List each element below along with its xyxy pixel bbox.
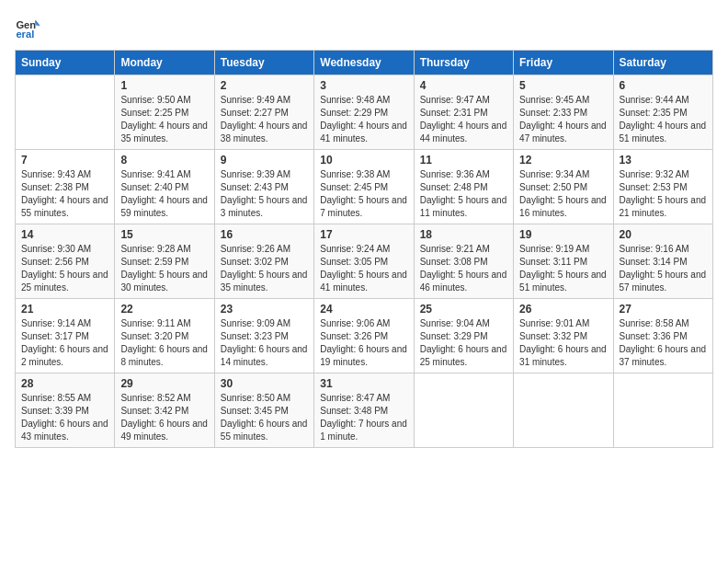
calendar-cell: 9 Sunrise: 9:39 AM Sunset: 2:43 PM Dayli… [214, 150, 313, 224]
calendar-cell: 27 Sunrise: 8:58 AM Sunset: 3:36 PM Dayl… [613, 299, 712, 373]
sunrise-text: Sunrise: 9:11 AM [120, 317, 208, 330]
calendar-cell: 16 Sunrise: 9:26 AM Sunset: 3:02 PM Dayl… [214, 224, 313, 299]
sunrise-text: Sunrise: 9:06 AM [320, 317, 407, 330]
sunrise-text: Sunrise: 9:19 AM [519, 243, 607, 256]
sunrise-text: Sunrise: 9:38 AM [320, 168, 407, 181]
sunrise-text: Sunrise: 9:14 AM [21, 317, 108, 330]
day-info: Sunrise: 9:32 AM Sunset: 2:53 PM Dayligh… [620, 168, 707, 220]
daylight-text: Daylight: 6 hours and 14 minutes. [221, 343, 308, 369]
daylight-text: Daylight: 5 hours and 46 minutes. [420, 269, 507, 294]
weekday-header-saturday: Saturday [613, 51, 712, 75]
day-number: 26 [519, 303, 607, 316]
day-number: 31 [320, 377, 407, 390]
calendar-cell: 4 Sunrise: 9:47 AM Sunset: 2:31 PM Dayli… [414, 75, 513, 150]
sunset-text: Sunset: 3:29 PM [420, 330, 507, 343]
daylight-text: Daylight: 6 hours and 19 minutes. [320, 343, 407, 369]
sunrise-text: Sunrise: 9:04 AM [420, 317, 507, 330]
sunset-text: Sunset: 2:35 PM [620, 107, 707, 120]
calendar-cell: 22 Sunrise: 9:11 AM Sunset: 3:20 PM Dayl… [115, 299, 214, 373]
calendar-cell [414, 373, 513, 448]
calendar-cell: 2 Sunrise: 9:49 AM Sunset: 2:27 PM Dayli… [214, 75, 313, 150]
calendar-cell: 18 Sunrise: 9:21 AM Sunset: 3:08 PM Dayl… [414, 224, 513, 299]
sunset-text: Sunset: 3:39 PM [21, 405, 108, 418]
calendar-cell [16, 75, 115, 150]
sunset-text: Sunset: 3:48 PM [320, 405, 407, 418]
weekday-header-row: SundayMondayTuesdayWednesdayThursdayFrid… [16, 51, 713, 75]
calendar-cell: 14 Sunrise: 9:30 AM Sunset: 2:56 PM Dayl… [16, 224, 115, 299]
day-info: Sunrise: 8:52 AM Sunset: 3:42 PM Dayligh… [120, 392, 208, 443]
day-number: 21 [21, 303, 108, 316]
day-number: 14 [21, 228, 108, 241]
daylight-text: Daylight: 5 hours and 11 minutes. [420, 194, 507, 220]
sunset-text: Sunset: 2:40 PM [120, 181, 208, 194]
day-info: Sunrise: 9:21 AM Sunset: 3:08 PM Dayligh… [420, 243, 507, 294]
daylight-text: Daylight: 5 hours and 21 minutes. [620, 194, 707, 220]
day-number: 19 [519, 228, 607, 241]
day-number: 16 [221, 228, 308, 241]
sunrise-text: Sunrise: 9:28 AM [120, 243, 208, 256]
day-number: 20 [620, 228, 707, 241]
day-info: Sunrise: 9:19 AM Sunset: 3:11 PM Dayligh… [519, 243, 607, 294]
day-info: Sunrise: 8:50 AM Sunset: 3:45 PM Dayligh… [221, 392, 308, 443]
day-info: Sunrise: 9:11 AM Sunset: 3:20 PM Dayligh… [120, 317, 208, 369]
sunrise-text: Sunrise: 9:45 AM [519, 94, 607, 107]
day-info: Sunrise: 9:09 AM Sunset: 3:23 PM Dayligh… [221, 317, 308, 369]
day-info: Sunrise: 9:43 AM Sunset: 2:38 PM Dayligh… [21, 168, 108, 220]
sunrise-text: Sunrise: 9:41 AM [120, 168, 208, 181]
day-number: 2 [221, 79, 308, 92]
daylight-text: Daylight: 4 hours and 59 minutes. [120, 194, 208, 220]
day-info: Sunrise: 9:01 AM Sunset: 3:32 PM Dayligh… [519, 317, 607, 369]
daylight-text: Daylight: 4 hours and 44 minutes. [420, 120, 507, 145]
day-info: Sunrise: 8:47 AM Sunset: 3:48 PM Dayligh… [320, 392, 407, 443]
sunset-text: Sunset: 3:14 PM [620, 256, 707, 269]
sunset-text: Sunset: 2:29 PM [320, 107, 407, 120]
calendar-cell: 30 Sunrise: 8:50 AM Sunset: 3:45 PM Dayl… [214, 373, 313, 448]
daylight-text: Daylight: 5 hours and 30 minutes. [120, 269, 208, 294]
day-info: Sunrise: 9:04 AM Sunset: 3:29 PM Dayligh… [420, 317, 507, 369]
sunrise-text: Sunrise: 9:48 AM [320, 94, 407, 107]
sunrise-text: Sunrise: 9:44 AM [620, 94, 707, 107]
daylight-text: Daylight: 6 hours and 49 minutes. [120, 418, 208, 443]
day-info: Sunrise: 9:47 AM Sunset: 2:31 PM Dayligh… [420, 94, 507, 145]
calendar-table: SundayMondayTuesdayWednesdayThursdayFrid… [15, 50, 713, 448]
day-number: 23 [221, 303, 308, 316]
daylight-text: Daylight: 6 hours and 43 minutes. [21, 418, 108, 443]
weekday-header-wednesday: Wednesday [314, 51, 414, 75]
calendar-cell: 12 Sunrise: 9:34 AM Sunset: 2:50 PM Dayl… [514, 150, 613, 224]
calendar-cell: 25 Sunrise: 9:04 AM Sunset: 3:29 PM Dayl… [414, 299, 513, 373]
day-number: 1 [120, 79, 208, 92]
daylight-text: Daylight: 6 hours and 55 minutes. [221, 418, 308, 443]
daylight-text: Daylight: 5 hours and 57 minutes. [620, 269, 707, 294]
sunrise-text: Sunrise: 8:50 AM [221, 392, 308, 405]
calendar-cell: 26 Sunrise: 9:01 AM Sunset: 3:32 PM Dayl… [514, 299, 613, 373]
sunset-text: Sunset: 3:17 PM [21, 330, 108, 343]
weekday-header-friday: Friday [514, 51, 613, 75]
sunrise-text: Sunrise: 9:34 AM [519, 168, 607, 181]
calendar-cell: 20 Sunrise: 9:16 AM Sunset: 3:14 PM Dayl… [613, 224, 712, 299]
sunrise-text: Sunrise: 9:21 AM [420, 243, 507, 256]
sunrise-text: Sunrise: 9:24 AM [320, 243, 407, 256]
day-info: Sunrise: 9:49 AM Sunset: 2:27 PM Dayligh… [221, 94, 308, 145]
weekday-header-sunday: Sunday [16, 51, 115, 75]
sunrise-text: Sunrise: 9:01 AM [519, 317, 607, 330]
day-number: 25 [420, 303, 507, 316]
calendar-cell [613, 373, 712, 448]
calendar-cell: 21 Sunrise: 9:14 AM Sunset: 3:17 PM Dayl… [16, 299, 115, 373]
sunset-text: Sunset: 2:56 PM [21, 256, 108, 269]
day-info: Sunrise: 9:06 AM Sunset: 3:26 PM Dayligh… [320, 317, 407, 369]
day-info: Sunrise: 9:24 AM Sunset: 3:05 PM Dayligh… [320, 243, 407, 294]
weekday-header-thursday: Thursday [414, 51, 513, 75]
daylight-text: Daylight: 6 hours and 25 minutes. [420, 343, 507, 369]
calendar-cell [514, 373, 613, 448]
daylight-text: Daylight: 5 hours and 3 minutes. [221, 194, 308, 220]
page-header: Gen eral [15, 15, 713, 40]
day-number: 10 [320, 154, 407, 167]
calendar-week-4: 21 Sunrise: 9:14 AM Sunset: 3:17 PM Dayl… [16, 299, 713, 373]
calendar-cell: 13 Sunrise: 9:32 AM Sunset: 2:53 PM Dayl… [613, 150, 712, 224]
sunset-text: Sunset: 3:32 PM [519, 330, 607, 343]
calendar-cell: 19 Sunrise: 9:19 AM Sunset: 3:11 PM Dayl… [514, 224, 613, 299]
day-number: 4 [420, 79, 507, 92]
sunset-text: Sunset: 2:59 PM [120, 256, 208, 269]
sunset-text: Sunset: 3:11 PM [519, 256, 607, 269]
sunset-text: Sunset: 2:53 PM [620, 181, 707, 194]
